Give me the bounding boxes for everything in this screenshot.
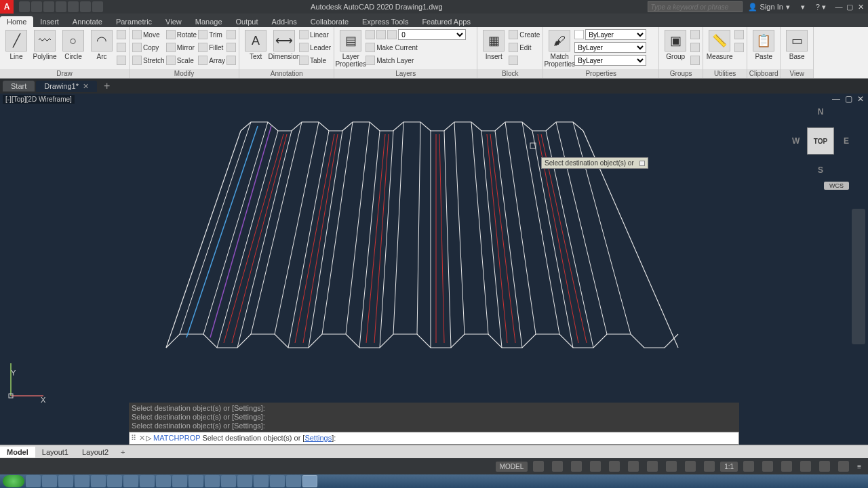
status-quickprops-button[interactable] — [797, 460, 814, 473]
status-cycling-button[interactable] — [682, 460, 698, 473]
panel-utilities-title[interactable]: Utilities — [703, 69, 747, 78]
tool-linear[interactable]: Linear — [299, 28, 331, 41]
status-isolate-button[interactable] — [816, 460, 833, 473]
command-line[interactable]: ⠿ ✕ ▷ MATCHPROP Select destination objec… — [129, 432, 739, 445]
start-button[interactable] — [3, 475, 24, 487]
tool-fillet[interactable]: Fillet — [198, 41, 225, 54]
tool-erase[interactable] — [226, 28, 236, 41]
tab-parametric[interactable]: Parametric — [109, 16, 159, 27]
layout-tab-layout2[interactable]: Layout2 — [75, 447, 115, 458]
tool-quick-calc[interactable] — [734, 41, 744, 54]
qat-new-icon[interactable] — [19, 1, 30, 12]
tool-match-layer[interactable]: Match Layer — [366, 54, 474, 66]
tab-insert[interactable]: Insert — [33, 16, 66, 27]
tool-group-select[interactable] — [690, 54, 700, 66]
status-annomon-button[interactable] — [760, 460, 776, 473]
taskbar-chrome-icon[interactable] — [156, 475, 171, 487]
qat-saveas-icon[interactable] — [56, 1, 66, 12]
status-polar-button[interactable] — [587, 460, 604, 473]
tool-offset[interactable] — [226, 54, 236, 66]
taskbar-powerpoint-icon[interactable] — [91, 475, 106, 487]
file-tab-start[interactable]: Start — [3, 81, 35, 92]
tool-base[interactable]: ▭Base — [783, 28, 810, 62]
tool-hatch[interactable] — [117, 41, 126, 54]
status-lineweight-button[interactable] — [644, 460, 660, 473]
tool-scale[interactable]: Scale — [166, 54, 197, 66]
panel-block-title[interactable]: Block — [477, 69, 542, 78]
panel-modify-title[interactable]: Modify — [130, 69, 239, 78]
status-customize-button[interactable]: ≡ — [854, 462, 864, 472]
tab-manage[interactable]: Manage — [189, 16, 229, 27]
taskbar-app5-icon[interactable] — [254, 475, 269, 487]
taskbar-onenote-icon[interactable] — [140, 475, 155, 487]
add-layout-button[interactable]: + — [115, 448, 130, 456]
status-snap-button[interactable] — [549, 460, 566, 473]
status-cleanscreen-button[interactable] — [835, 460, 852, 473]
status-ortho-button[interactable] — [568, 460, 585, 473]
status-model-button[interactable]: MODEL — [496, 462, 528, 472]
tool-insert[interactable]: ▦Insert — [480, 28, 507, 62]
tab-annotate[interactable]: Annotate — [66, 16, 109, 27]
status-grid-button[interactable] — [530, 460, 547, 473]
taskbar-app-icon[interactable] — [58, 475, 73, 487]
taskbar-app4-icon[interactable] — [237, 475, 252, 487]
tool-block-attr[interactable] — [509, 54, 540, 66]
taskbar-app7-icon[interactable] — [286, 475, 301, 487]
tool-trim[interactable]: Trim — [198, 28, 225, 41]
close-button[interactable]: ✕ — [856, 2, 865, 12]
tool-table[interactable]: Table — [299, 54, 331, 66]
tab-addins[interactable]: Add-ins — [265, 16, 304, 27]
qat-plot-icon[interactable] — [68, 1, 79, 12]
tool-circle[interactable]: ○Circle — [60, 28, 87, 62]
panel-clipboard-title[interactable]: Clipboard — [747, 69, 780, 78]
tool-select-all[interactable] — [734, 28, 744, 41]
taskbar-firefox-icon[interactable] — [172, 475, 187, 487]
tool-rotate[interactable]: Rotate — [166, 28, 197, 41]
tool-create[interactable]: Create — [509, 28, 540, 41]
status-isodraft-button[interactable] — [606, 460, 623, 473]
tool-paste[interactable]: 📋Paste — [750, 28, 777, 62]
tool-ellipse[interactable] — [117, 54, 126, 66]
close-tab-icon[interactable]: ✕ — [83, 82, 89, 91]
tool-move[interactable]: Move — [132, 28, 165, 41]
tool-polyline[interactable]: 〰Polyline — [31, 28, 58, 62]
tool-layer-properties[interactable]: ▤Layer Properties — [337, 28, 364, 69]
tool-rectangle[interactable] — [117, 28, 126, 41]
qat-undo-icon[interactable] — [80, 1, 91, 12]
linetype-selector[interactable]: ByLayer — [574, 55, 646, 66]
taskbar-edge-icon[interactable] — [189, 475, 203, 487]
drawing-canvas[interactable]: [-][Top][2D Wireframe] — ▢ ✕ N S E W TOP… — [0, 94, 868, 445]
tool-edit[interactable]: Edit — [509, 41, 540, 54]
panel-view-title[interactable]: View — [781, 69, 813, 78]
tool-text[interactable]: AText — [242, 28, 269, 62]
panel-annotation-title[interactable]: Annotation — [239, 69, 334, 78]
cmd-settings-link[interactable]: Settings — [304, 434, 332, 442]
taskbar-app6-icon[interactable] — [270, 475, 285, 487]
status-transparency-button[interactable] — [663, 460, 679, 473]
tab-home[interactable]: Home — [0, 16, 33, 27]
tool-group[interactable]: ▣Group — [662, 28, 689, 62]
tool-ungroup[interactable] — [690, 28, 700, 41]
tool-line[interactable]: ╱Line — [3, 28, 30, 62]
cmd-drag-handle-icon[interactable]: ⠿ — [131, 434, 136, 443]
cmd-close-icon[interactable]: ✕ — [139, 434, 145, 443]
status-units-button[interactable] — [778, 460, 795, 473]
taskbar-app2-icon[interactable] — [205, 475, 220, 487]
tool-group-edit[interactable] — [690, 41, 700, 54]
command-window[interactable]: Select destination object(s) or [Setting… — [129, 403, 739, 445]
tool-stretch[interactable]: Stretch — [132, 54, 165, 66]
help-button[interactable]: ? ▾ — [810, 3, 831, 12]
status-annoscale-button[interactable] — [701, 460, 717, 473]
tool-mirror[interactable]: Mirror — [166, 41, 197, 54]
status-workspace-button[interactable] — [741, 460, 757, 473]
maximize-button[interactable]: ▢ — [845, 2, 854, 12]
panel-groups-title[interactable]: Groups — [659, 69, 703, 78]
color-selector[interactable]: ByLayer — [585, 29, 646, 40]
tool-dimension[interactable]: ⟷Dimension — [271, 28, 298, 62]
layout-tab-model[interactable]: Model — [0, 447, 35, 458]
app-icon[interactable]: A — [0, 0, 14, 14]
layer-selector[interactable]: 0 — [398, 29, 466, 40]
qat-save-icon[interactable] — [43, 1, 54, 12]
taskbar-excel-icon[interactable] — [75, 475, 90, 487]
taskbar-explorer-icon[interactable] — [42, 475, 57, 487]
